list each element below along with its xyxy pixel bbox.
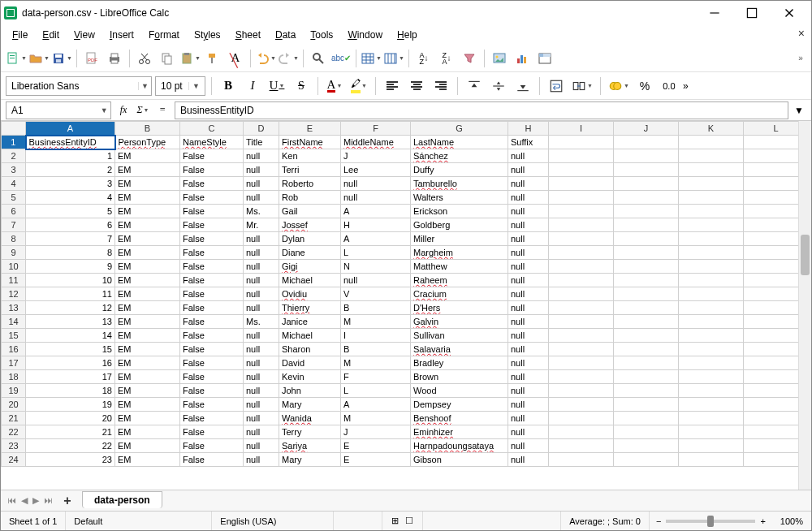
cell[interactable] [614, 232, 679, 246]
cell[interactable]: null [508, 370, 549, 384]
column-header[interactable]: G [411, 122, 508, 136]
cell[interactable] [679, 301, 744, 315]
cell[interactable]: Mr. [244, 218, 279, 232]
tab-next-button[interactable]: ▶ [32, 495, 39, 506]
cell[interactable]: 23 [26, 453, 115, 467]
align-center-button[interactable] [406, 76, 427, 97]
cell[interactable] [679, 412, 744, 425]
cell[interactable]: Suffix [508, 136, 549, 149]
cell[interactable] [679, 453, 744, 467]
cell[interactable]: null [508, 315, 549, 329]
font-name-input[interactable] [6, 77, 138, 95]
cell[interactable]: False [180, 205, 244, 218]
add-sheet-button[interactable]: + [59, 494, 76, 508]
cell[interactable]: null [508, 232, 549, 246]
tab-first-button[interactable]: ⏮ [7, 495, 16, 506]
cell[interactable]: Title [244, 136, 279, 149]
column-header[interactable]: I [549, 122, 614, 136]
cell[interactable] [614, 412, 679, 425]
cell[interactable]: null [508, 191, 549, 205]
cell[interactable]: Duffy [411, 163, 508, 177]
wrap-text-button[interactable] [546, 76, 567, 97]
cell[interactable]: Michael [279, 329, 341, 343]
cell[interactable]: False [180, 260, 244, 274]
column-header[interactable]: B [115, 122, 180, 136]
cell[interactable] [744, 301, 799, 315]
highlight-button[interactable]: 🖍▼ [348, 76, 369, 97]
cell[interactable]: null [244, 370, 279, 384]
sum-button[interactable]: Σ▼ [134, 101, 152, 119]
cell[interactable]: NameStyle [180, 136, 244, 149]
cell[interactable] [744, 398, 799, 412]
cell[interactable]: 6 [26, 218, 115, 232]
cell[interactable] [679, 439, 744, 453]
cell[interactable] [744, 218, 799, 232]
cell[interactable]: Sullivan [411, 329, 508, 343]
cell[interactable] [549, 287, 614, 301]
cell[interactable]: J [341, 149, 411, 163]
cell[interactable]: Jossef [279, 218, 341, 232]
cell[interactable]: False [180, 356, 244, 370]
cell[interactable]: null [508, 329, 549, 343]
cell[interactable]: FirstName [279, 136, 341, 149]
cell[interactable]: 17 [26, 370, 115, 384]
cell[interactable] [744, 191, 799, 205]
cell[interactable]: null [508, 453, 549, 467]
cell[interactable]: null [244, 412, 279, 425]
cell[interactable]: 20 [26, 412, 115, 425]
cell[interactable]: null [244, 301, 279, 315]
cell[interactable]: null [508, 398, 549, 412]
open-button[interactable]: ▼ [28, 48, 50, 69]
cell[interactable]: null [244, 177, 279, 191]
cell[interactable] [614, 163, 679, 177]
cell[interactable]: EM [115, 439, 180, 453]
cell[interactable] [614, 205, 679, 218]
cell[interactable]: Diane [279, 246, 341, 260]
cell[interactable] [679, 274, 744, 287]
cell[interactable]: False [180, 439, 244, 453]
menu-file[interactable]: File [6, 28, 34, 42]
cell[interactable]: Michael [279, 274, 341, 287]
cell[interactable] [679, 246, 744, 260]
row-header[interactable]: 18 [2, 370, 26, 384]
cell[interactable]: EM [115, 412, 180, 425]
cell[interactable]: Rob [279, 191, 341, 205]
cell[interactable]: Matthew [411, 260, 508, 274]
cell[interactable]: null [508, 163, 549, 177]
cell[interactable]: null [244, 287, 279, 301]
close-button[interactable] [771, 1, 808, 25]
print-button[interactable] [104, 48, 125, 69]
cell[interactable] [614, 260, 679, 274]
cell[interactable]: Roberto [279, 177, 341, 191]
row-header[interactable]: 22 [2, 425, 26, 439]
menu-view[interactable]: View [67, 28, 102, 42]
cell[interactable]: null [244, 343, 279, 356]
cell[interactable]: EM [115, 425, 180, 439]
cell[interactable]: False [180, 412, 244, 425]
cell[interactable] [614, 218, 679, 232]
cell[interactable]: Galvin [411, 315, 508, 329]
cell[interactable]: EM [115, 163, 180, 177]
cell[interactable]: EM [115, 384, 180, 398]
font-color-button[interactable]: A▼ [324, 76, 345, 97]
row-header[interactable]: 8 [2, 232, 26, 246]
menu-styles[interactable]: Styles [188, 28, 227, 42]
cell[interactable]: EM [115, 356, 180, 370]
cell[interactable] [744, 370, 799, 384]
cell[interactable]: Terri [279, 163, 341, 177]
menu-sheet[interactable]: Sheet [229, 28, 267, 42]
cell[interactable]: BusinessEntityID [26, 136, 115, 149]
cell[interactable]: LastName [411, 136, 508, 149]
spellcheck-button[interactable]: abc✔ [330, 48, 352, 69]
font-size-combo[interactable]: ▼ [155, 76, 205, 96]
cell[interactable] [679, 163, 744, 177]
cell[interactable]: V [341, 287, 411, 301]
cell[interactable]: Terry [279, 425, 341, 439]
cell[interactable] [614, 343, 679, 356]
cell[interactable] [549, 136, 614, 149]
cell[interactable] [549, 439, 614, 453]
cell[interactable] [549, 232, 614, 246]
column-header[interactable]: A [26, 122, 115, 136]
status-selection-mode[interactable]: ⊞☐ [382, 512, 423, 530]
sort-desc-button[interactable]: ZA↓ [436, 48, 457, 69]
